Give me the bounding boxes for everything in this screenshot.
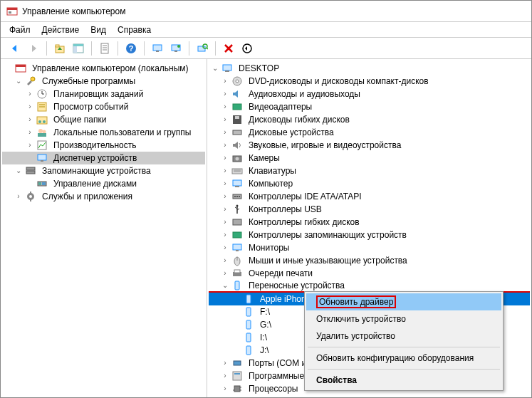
tree-label: Службы и приложения [39,190,135,203]
tree-dvd-cd[interactable]: ›DVD-дисководы и дисководы компакт-диско… [209,75,530,88]
tree-system-tools[interactable]: ⌄ Служебные программы [2,75,205,88]
tree-monitors[interactable]: ›Мониторы [209,241,530,254]
expander-icon[interactable]: ⌄ [210,63,220,73]
tree-usb[interactable]: ›Контроллеры USB [209,203,530,216]
expander-icon[interactable]: › [220,153,230,163]
expander-icon[interactable]: › [220,256,230,266]
menu-action[interactable]: Действие [36,23,85,36]
expander-icon[interactable]: › [220,89,230,99]
svg-rect-87 [234,373,240,375]
expander-icon[interactable]: › [220,102,230,112]
expander-icon[interactable]: › [220,358,230,368]
right-tree-pane[interactable]: ⌄ DESKTOP ›DVD-дисководы и дисководы ком… [207,59,531,397]
tree-desktop-root[interactable]: ⌄ DESKTOP [209,62,530,75]
tree-disk-drives[interactable]: ›Дисковые устройства [209,126,530,139]
expander-icon[interactable]: ⌄ [220,281,230,290]
ctx-remove-device[interactable]: Удалить устройство [306,328,501,345]
tools-icon [25,75,36,87]
svg-rect-79 [235,281,239,290]
expander-icon[interactable]: › [220,115,230,125]
ctx-disable-device[interactable]: Отключить устройство [306,310,501,328]
tree-label: Управление компьютером (локальным) [29,62,192,75]
svg-rect-82 [246,320,251,329]
tree-label: Камеры [246,152,283,164]
tree-video[interactable]: ›Видеоадаптеры [209,100,530,113]
expander-icon[interactable]: › [220,384,230,394]
expander-icon[interactable]: › [25,127,35,137]
monitor1-button[interactable] [149,40,166,57]
expander-icon[interactable]: › [220,243,230,253]
toolbar-separator [91,41,92,56]
expander-icon[interactable]: ⌄ [14,166,24,176]
expander-icon[interactable]: › [220,230,230,240]
menu-file[interactable]: Файл [4,23,36,36]
forward-button[interactable] [25,40,42,57]
storage-icon [25,165,36,177]
expander-icon[interactable]: › [14,192,24,201]
tree-floppy-ctrl[interactable]: ›Контроллеры гибких дисков [209,216,530,229]
expander-icon[interactable]: › [220,166,230,176]
left-tree-pane[interactable]: ▶ Управление компьютером (локальным) ⌄ С… [1,59,207,397]
expander-icon[interactable]: › [220,140,230,150]
show-hide-tree-button[interactable] [70,40,87,57]
expander-icon[interactable]: › [220,204,230,214]
properties-button[interactable] [96,40,113,57]
uninstall-button[interactable] [220,40,237,57]
ctx-update-driver[interactable]: Обновить драйвер [306,293,501,310]
menu-view[interactable]: Вид [85,23,112,36]
menu-help[interactable]: Справка [112,23,157,36]
tree-task-scheduler[interactable]: › Планировщик заданий [2,88,205,100]
scan-hw-button[interactable] [194,40,211,57]
tree-storage-ctrl[interactable]: ›Контроллеры запоминающих устройств [209,229,530,241]
ctx-label: Обновить драйвер [316,295,396,308]
monitor2-button[interactable] [167,40,184,57]
tree-print-queues[interactable]: ›Очереди печати [209,267,530,280]
tree-sound-game[interactable]: ›Звуковые, игровые и видеоустройства [209,139,530,152]
tree-audio[interactable]: ›Аудиовходы и аудиовыходы [209,88,530,100]
up-button[interactable] [51,40,68,57]
expander-icon[interactable]: › [220,179,230,189]
tree-device-manager[interactable]: ▶ Диспетчер устройств [2,152,205,164]
svg-rect-2 [9,11,11,14]
expander-icon[interactable]: › [25,115,35,125]
toolbar-separator [46,41,47,56]
tree-services-apps[interactable]: › Службы и приложения [2,190,205,203]
tree-performance[interactable]: › Производительность [2,139,205,152]
tree-local-users[interactable]: › Локальные пользователи и группы [2,126,205,139]
svg-point-34 [43,120,46,123]
ctx-properties[interactable]: Свойства [306,372,501,389]
tree-label: Локальные пользователи и группы [51,126,194,139]
toolbar-separator [144,41,145,56]
tree-disk-mgmt[interactable]: ▶ Управление дисками [2,177,205,190]
expander-icon[interactable]: › [220,268,230,278]
expander-icon[interactable]: › [220,192,230,201]
svg-rect-67 [236,196,238,197]
tree-floppy[interactable]: ›Дисководы гибких дисков [209,113,530,126]
expander-icon[interactable]: ⌄ [14,76,24,86]
ctx-label: Свойства [316,375,357,385]
back-button[interactable] [6,40,24,57]
tree-computer[interactable]: ›Компьютер [209,177,530,190]
tree-cameras[interactable]: ›Камеры [209,152,530,164]
expander-icon[interactable]: › [25,89,35,99]
expander-icon[interactable]: › [220,76,230,86]
svg-rect-48 [30,192,31,194]
port-icon [231,357,243,369]
ctx-scan-hw[interactable]: Обновить конфигурацию оборудования [306,350,501,367]
enable-button[interactable] [239,40,256,57]
tree-event-viewer[interactable]: › Просмотр событий [2,100,205,113]
expander-icon[interactable]: › [25,102,35,112]
tree-keyboards[interactable]: ›Клавиатуры [209,164,530,177]
expander-icon[interactable]: › [220,217,230,227]
toolbar: ? [1,38,531,59]
expander-icon[interactable]: › [25,140,35,150]
svg-rect-85 [234,361,241,365]
tree-shared-folders[interactable]: › Общие папки [2,113,205,126]
help-button[interactable]: ? [122,40,140,57]
expander-icon[interactable]: › [220,127,230,137]
expander-icon[interactable]: › [220,371,230,381]
tree-ide-atapi[interactable]: ›Контроллеры IDE ATA/ATAPI [209,190,530,203]
tree-root[interactable]: ▶ Управление компьютером (локальным) [2,62,205,75]
tree-storage[interactable]: ⌄ Запоминающие устройства [2,164,205,177]
tree-mice[interactable]: ›Мыши и иные указывающие устройства [209,254,530,267]
